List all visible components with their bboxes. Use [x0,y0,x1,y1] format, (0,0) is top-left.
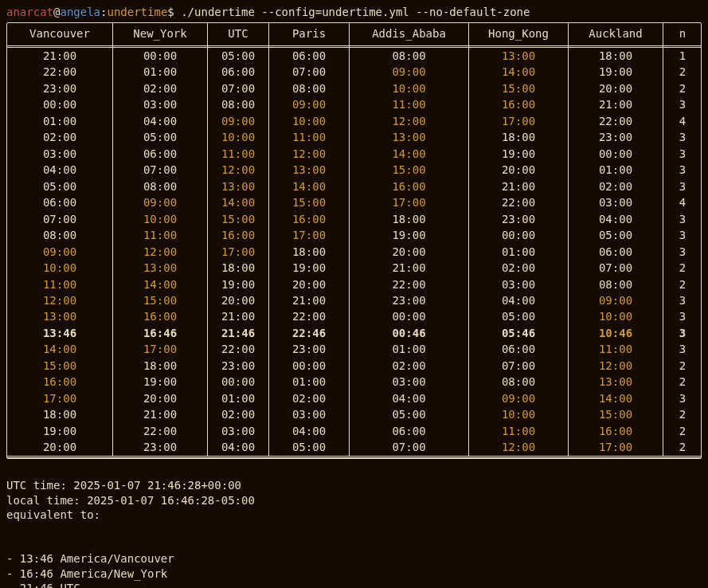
time-cell: 16:00 [113,308,208,324]
time-cell: 19:00 [350,227,469,243]
time-cell: 13:00 [208,178,269,194]
time-cell: 12:00 [7,292,113,308]
time-cell: 07:00 [7,211,113,227]
time-cell: 2 [663,64,702,80]
time-cell: 11:00 [208,146,269,162]
column-header: n [663,23,702,47]
time-cell: 00:00 [569,146,663,162]
time-cell: 17:00 [569,439,663,455]
time-cell: 02:00 [113,80,208,96]
equivalent-line: - 13:46 America/Vancouver [6,552,174,565]
time-cell: 3 [663,390,702,406]
column-header: UTC [208,23,269,47]
time-cell: 3 [663,341,702,357]
prompt-user: anarcat [6,6,53,18]
time-cell: 19:00 [569,64,663,80]
time-cell: 06:00 [269,48,350,64]
time-cell: 12:00 [569,358,663,374]
time-cell: 05:00 [469,308,569,324]
time-cell: 2 [663,439,702,455]
terminal[interactable]: anarcat@angela:undertime$ ./undertime --… [0,0,708,588]
time-cell: 23:00 [269,341,350,357]
time-cell: 19:00 [469,146,569,162]
time-cell: 06:00 [208,64,269,80]
time-cell: 3 [663,129,702,145]
time-cell: 11:00 [269,129,350,145]
time-cell: 20:00 [7,439,113,455]
time-cell: 23:00 [113,439,208,455]
time-cell: 07:00 [269,64,350,80]
time-cell: 3 [663,162,702,178]
time-cell: 10:00 [208,129,269,145]
time-cell: 21:00 [469,178,569,194]
time-cell: 14:00 [208,194,269,210]
time-cell: 19:00 [269,260,350,276]
time-cell: 00:00 [7,96,113,112]
time-cell: 08:00 [469,374,569,390]
time-cell: 12:00 [113,244,208,260]
time-cell: 01:00 [569,162,663,178]
time-cell: 01:00 [208,390,269,406]
time-cell: 14:00 [469,64,569,80]
time-cell: 05:00 [269,439,350,455]
time-cell: 21:00 [269,292,350,308]
time-cell: 3 [663,244,702,260]
time-cell: 15:00 [569,406,663,422]
time-cell: 11:00 [113,227,208,243]
prompt-line-1: anarcat@angela:undertime$ ./undertime --… [6,5,702,19]
time-cell: 02:00 [269,390,350,406]
time-cell: 2 [663,80,702,96]
time-cell: 08:00 [208,96,269,112]
time-cell: 2 [663,423,702,439]
time-cell: 22:46 [269,325,350,341]
time-cell: 01:00 [469,244,569,260]
time-cell: 21:00 [7,48,113,64]
time-cell: 21:00 [113,406,208,422]
time-cell: 20:00 [569,80,663,96]
time-cell: 09:00 [269,96,350,112]
time-cell: 05:00 [350,406,469,422]
time-cell: 07:00 [469,358,569,374]
column-header: Vancouver [7,23,113,47]
time-cell: 16:46 [113,325,208,341]
time-cell: 21:46 [208,325,269,341]
time-cell: 00:00 [113,48,208,64]
time-cell: 22:00 [208,341,269,357]
time-cell: 20:00 [113,390,208,406]
time-cell: 15:00 [350,162,469,178]
time-cell: 3 [663,146,702,162]
time-cell: 12:00 [469,439,569,455]
time-cell: 22:00 [469,194,569,210]
time-cell: 04:00 [350,390,469,406]
time-cell: 09:00 [113,194,208,210]
time-cell: 08:00 [569,276,663,292]
time-cell: 10:00 [7,260,113,276]
column-header: Paris [269,23,350,47]
time-cell: 18:00 [208,260,269,276]
time-cell: 13:00 [269,162,350,178]
time-cell: 23:00 [208,358,269,374]
time-cell: 23:00 [569,129,663,145]
time-cell: 02:00 [7,129,113,145]
time-cell: 10:00 [569,308,663,324]
time-cell: 16:00 [269,211,350,227]
time-cell: 15:00 [7,358,113,374]
time-cell: 22:00 [269,308,350,324]
time-cell: 14:00 [350,146,469,162]
time-cell: 00:00 [269,358,350,374]
column-header: New_York [113,23,208,47]
time-cell: 3 [663,325,702,341]
output-footer: UTC time: 2025-01-07 21:46:28+00:00 loca… [6,464,702,588]
time-cell: 21:00 [208,308,269,324]
time-cell: 17:00 [469,113,569,129]
time-cell: 04:00 [7,162,113,178]
time-cell: 05:00 [7,178,113,194]
command-text: ./undertime --config=undertime.yml --no-… [181,6,530,18]
time-cell: 06:00 [350,423,469,439]
time-cell: 03:00 [208,423,269,439]
time-cell: 1 [663,48,702,64]
time-cell: 17:00 [350,194,469,210]
time-cell: 14:00 [269,178,350,194]
timezone-table: VancouverNew_YorkUTCParisAddis_AbabaHong… [6,22,702,458]
time-cell: 01:00 [350,341,469,357]
